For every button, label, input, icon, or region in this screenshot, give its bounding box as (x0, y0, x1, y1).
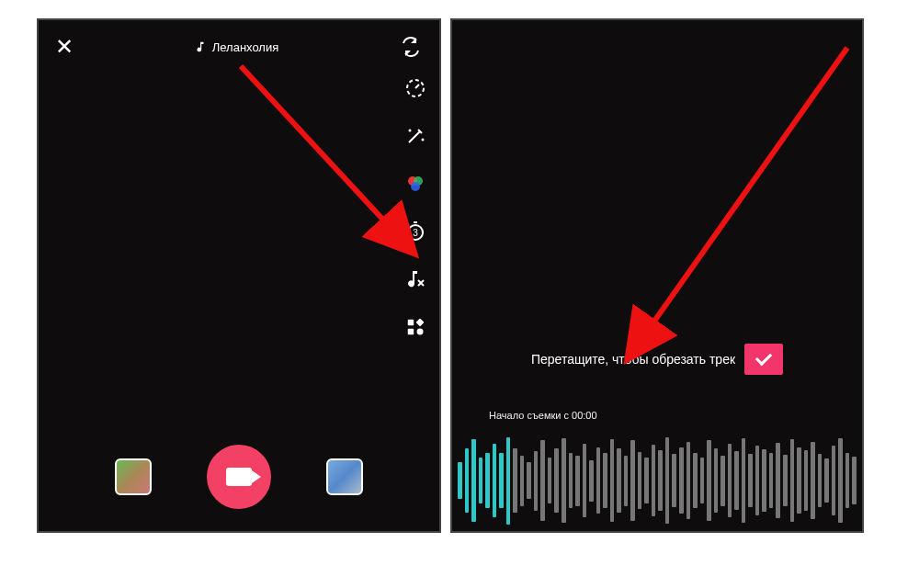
wave-bar (748, 454, 753, 507)
svg-point-1 (409, 130, 412, 132)
video-camera-icon (226, 468, 252, 486)
wave-bar (769, 453, 774, 508)
wave-bar (797, 447, 801, 514)
flip-camera-icon[interactable] (399, 35, 423, 59)
wave-bar (520, 456, 525, 506)
speed-icon[interactable] (403, 75, 428, 101)
trim-sound-screen: Перетащите, чтобы обрезать трек Начало с… (450, 18, 864, 533)
wave-bar (783, 455, 788, 506)
wave-bar (562, 438, 566, 523)
wave-bar (811, 442, 815, 519)
svg-rect-8 (408, 320, 414, 325)
svg-line-12 (241, 66, 415, 254)
wave-bar (714, 448, 719, 513)
wave-bar (755, 446, 760, 515)
wave-bar (728, 444, 732, 517)
wave-bar (548, 458, 552, 503)
wave-bar (658, 450, 663, 511)
wave-bar (845, 453, 850, 508)
wave-bar (554, 448, 559, 513)
magic-wand-icon[interactable] (403, 123, 428, 149)
wave-bar (575, 456, 580, 506)
svg-point-11 (417, 329, 424, 335)
wave-bar (832, 446, 836, 515)
music-cut-icon[interactable] (403, 266, 428, 292)
gallery-thumb[interactable] (326, 458, 363, 495)
wave-bar (624, 456, 629, 506)
wave-bar (465, 448, 470, 513)
wave-bar (458, 462, 462, 499)
sound-label: Леланхолия (212, 40, 279, 54)
svg-point-2 (422, 139, 425, 141)
sound-picker[interactable]: Леланхолия (194, 40, 279, 54)
wave-bar (589, 460, 594, 502)
wave-bar (603, 453, 607, 508)
svg-text:3: 3 (413, 228, 418, 238)
wave-bar (652, 445, 656, 516)
wave-bar (762, 449, 766, 512)
effects-thumb[interactable] (115, 458, 152, 495)
wave-bar (485, 453, 490, 508)
more-grid-icon[interactable] (403, 314, 428, 340)
wave-bar (479, 458, 483, 503)
wave-bar (679, 447, 684, 514)
wave-bar (569, 453, 573, 508)
wave-bar (583, 444, 587, 517)
trim-instruction: Перетащите, чтобы обрезать трек (531, 352, 735, 367)
wave-bar (734, 451, 739, 510)
wave-bar (617, 448, 621, 513)
wave-bar (534, 451, 539, 511)
bottom-dock (39, 445, 439, 509)
wave-bar (804, 450, 809, 511)
wave-bar (818, 454, 823, 507)
start-time-label: Начало съемки с 00:00 (489, 410, 597, 421)
wave-bar (610, 439, 615, 522)
wave-bar (707, 440, 711, 521)
timer-3-icon[interactable]: 3 (403, 219, 428, 244)
wave-bar (506, 437, 511, 525)
wave-bar (493, 444, 497, 517)
close-icon[interactable]: ✕ (55, 36, 74, 58)
wave-bar (644, 458, 649, 503)
top-bar: ✕ Леланхолия (39, 20, 439, 59)
music-note-icon (194, 40, 207, 53)
wave-bar (852, 457, 857, 504)
wave-bar (665, 437, 670, 524)
color-balls-icon[interactable] (403, 171, 428, 197)
wave-bar (499, 453, 504, 508)
svg-rect-9 (416, 318, 425, 326)
svg-point-5 (411, 182, 420, 191)
wave-bar (513, 448, 517, 513)
wave-bar (630, 440, 635, 521)
waveform[interactable] (452, 430, 862, 531)
record-button[interactable] (207, 445, 271, 509)
wave-bar (672, 454, 676, 507)
wave-bar (471, 439, 476, 522)
wave-bar (838, 438, 843, 523)
wave-bar (686, 442, 691, 519)
check-icon (755, 349, 772, 366)
confirm-button[interactable] (744, 344, 783, 375)
camera-screen: ✕ Леланхолия 3 (37, 18, 441, 533)
wave-bar (720, 456, 725, 506)
wave-bar (527, 462, 531, 499)
wave-bar (776, 443, 780, 518)
svg-rect-10 (408, 329, 414, 334)
wave-bar (638, 452, 642, 509)
wave-bar (596, 447, 601, 514)
side-toolbar: 3 (403, 75, 428, 340)
wave-bar (742, 438, 746, 523)
wave-bar (540, 440, 545, 521)
wave-bar (790, 439, 795, 522)
wave-bar (824, 458, 829, 503)
svg-line-13 (627, 48, 847, 360)
wave-bar (693, 453, 698, 508)
wave-bar (700, 458, 705, 503)
trim-row: Перетащите, чтобы обрезать трек (452, 344, 862, 375)
